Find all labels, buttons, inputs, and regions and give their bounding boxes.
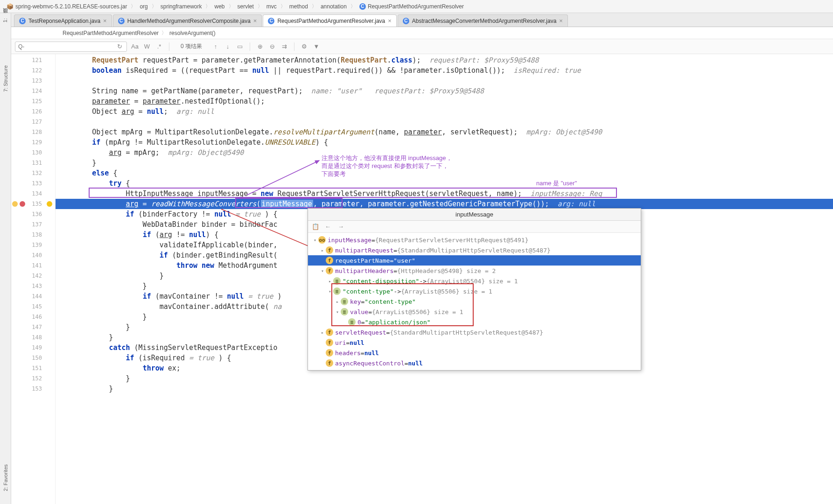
code-line[interactable]: } bbox=[56, 384, 833, 394]
remove-selection-icon[interactable]: ⊖ bbox=[268, 42, 276, 51]
code-line[interactable]: parameter = parameter.nestedIfOptional()… bbox=[56, 96, 833, 106]
tree-row[interactable]: ▸fmultipartRequest = {StandardMultipartH… bbox=[308, 245, 641, 255]
code-line[interactable]: arg = mpArg; mpArg: Object@5490 bbox=[56, 147, 833, 158]
gutter-line[interactable]: 127 bbox=[11, 117, 55, 127]
editor-tab[interactable]: CAbstractMessageConverterMethodArgumentR… bbox=[398, 14, 568, 27]
gutter-line[interactable]: 139 bbox=[11, 240, 55, 250]
gutter-line[interactable]: 132 bbox=[11, 168, 55, 178]
gutter-line[interactable]: 129 bbox=[11, 137, 55, 147]
tree-row[interactable]: fheaders = null bbox=[308, 348, 641, 358]
tree-twistie[interactable]: ▸ bbox=[319, 248, 326, 253]
code-line[interactable] bbox=[56, 117, 833, 127]
code-line[interactable]: } bbox=[56, 373, 833, 384]
tree-row[interactable]: ▸fservletRequest = {StandardMultipartHtt… bbox=[308, 327, 641, 337]
code-line[interactable]: } bbox=[56, 158, 833, 168]
code-line[interactable] bbox=[56, 76, 833, 86]
gutter-line[interactable]: 147 bbox=[11, 322, 55, 332]
gutter-line[interactable]: 135 bbox=[11, 199, 55, 209]
code-line[interactable]: else { bbox=[56, 168, 833, 178]
tree-twistie[interactable]: ▾ bbox=[334, 309, 341, 315]
crumb-class[interactable]: RequestPartMethodArgumentResolver bbox=[63, 30, 159, 36]
gutter-line[interactable]: 140 bbox=[11, 250, 55, 260]
gutter-line[interactable]: 142 bbox=[11, 271, 55, 281]
tree-row[interactable]: ▸≡"content-disposition" -> {ArrayList@55… bbox=[308, 276, 641, 286]
prev-icon[interactable]: ↑ bbox=[211, 42, 220, 51]
bc-pkg[interactable]: annotation bbox=[318, 2, 350, 11]
gutter-line[interactable]: 143 bbox=[11, 281, 55, 291]
bc-jar[interactable]: 📦 spring-webmvc-5.2.10.RELEASE-sources.j… bbox=[4, 2, 130, 11]
code-line[interactable]: try { bbox=[56, 178, 833, 189]
filter-icon[interactable]: ▼ bbox=[312, 42, 321, 51]
bc-pkg[interactable]: springframework bbox=[158, 2, 205, 11]
gutter-line[interactable]: 123 bbox=[11, 76, 55, 86]
close-icon[interactable]: × bbox=[103, 17, 107, 24]
select-occurrences-icon[interactable]: ⇉ bbox=[280, 42, 288, 51]
gutter-line[interactable]: 136 bbox=[11, 209, 55, 219]
code-editor[interactable]: 1211221231241251261271281291301311321331… bbox=[11, 54, 833, 504]
gutter-line[interactable]: 133 bbox=[11, 178, 55, 189]
close-icon[interactable]: × bbox=[253, 17, 257, 24]
editor-tab[interactable]: CRequestPartMethodArgumentResolver.java× bbox=[263, 14, 396, 27]
gutter-line[interactable]: 126 bbox=[11, 106, 55, 117]
forward-icon[interactable]: → bbox=[338, 223, 345, 231]
bc-pkg[interactable]: servlet bbox=[235, 2, 257, 11]
gutter-line[interactable]: 134 bbox=[11, 189, 55, 199]
tree-row[interactable]: frequestPartName = "user" bbox=[308, 255, 641, 266]
tree-row[interactable]: ▾fmultipartHeaders = {HttpHeaders@5498} … bbox=[308, 266, 641, 276]
code-line[interactable]: arg = readWithMessageConverters(inputMes… bbox=[56, 199, 833, 209]
bulb-icon[interactable] bbox=[47, 201, 52, 207]
editor-tab[interactable]: CHandlerMethodArgumentResolverComposite.… bbox=[113, 14, 262, 27]
code-line[interactable]: Object arg = null; arg: null bbox=[56, 106, 833, 117]
tree-row[interactable]: fasyncRequestControl = null bbox=[308, 358, 641, 368]
tree-twistie[interactable]: ▸ bbox=[327, 279, 333, 284]
close-icon[interactable]: × bbox=[559, 17, 563, 24]
tool-favorites[interactable]: 2: Favorites bbox=[3, 464, 8, 491]
crumb-method[interactable]: resolveArgument() bbox=[169, 30, 216, 36]
code-line[interactable]: if (mpArg != MultipartResolutionDelegate… bbox=[56, 137, 833, 147]
gutter-line[interactable]: 128 bbox=[11, 127, 55, 137]
tool-project[interactable]: 1: 项目 bbox=[2, 17, 9, 22]
gutter-line[interactable]: 150 bbox=[11, 353, 55, 363]
bc-pkg[interactable]: method bbox=[287, 2, 311, 11]
code-line[interactable]: Object mpArg = MultipartResolutionDelega… bbox=[56, 127, 833, 137]
gutter-line[interactable]: 149 bbox=[11, 343, 55, 353]
gutter-line[interactable]: 130 bbox=[11, 147, 55, 158]
code-line[interactable]: boolean isRequired = ((requestPart == nu… bbox=[56, 65, 833, 76]
tree-row[interactable]: furi = null bbox=[308, 337, 641, 348]
code-line[interactable]: RequestPart requestPart = parameter.getP… bbox=[56, 55, 833, 65]
gutter-line[interactable]: 148 bbox=[11, 332, 55, 343]
gutter-line[interactable]: 122 bbox=[11, 65, 55, 76]
gutter-line[interactable]: 124 bbox=[11, 86, 55, 96]
search-field[interactable]: ↻ bbox=[15, 42, 127, 52]
regex-icon[interactable]: .* bbox=[155, 42, 163, 51]
bc-pkg[interactable]: web bbox=[211, 2, 227, 11]
debug-value-popup[interactable]: inputMessage 📋 ← → ▾ooinputMessage = {Re… bbox=[308, 208, 641, 371]
tree-row[interactable]: ▾≡value = {ArrayList@5506} size = 1 bbox=[308, 307, 641, 317]
copy-icon[interactable]: 📋 bbox=[312, 223, 319, 231]
tree-row[interactable]: ▸≡key = "content-type" bbox=[308, 296, 641, 307]
bc-class[interactable]: CRequestPartMethodArgumentResolver bbox=[357, 2, 467, 11]
tree-twistie[interactable]: ▾ bbox=[312, 238, 318, 243]
tree-row[interactable]: ▾ooinputMessage = {RequestPartServletSer… bbox=[308, 235, 641, 245]
gutter-line[interactable]: 145 bbox=[11, 301, 55, 312]
value-tree[interactable]: ▾ooinputMessage = {RequestPartServletSer… bbox=[308, 233, 641, 370]
tool-structure[interactable]: 7: Structure bbox=[3, 65, 8, 92]
add-selection-icon[interactable]: ⊕ bbox=[256, 42, 264, 51]
bc-pkg[interactable]: mvc bbox=[264, 2, 280, 11]
gutter-line[interactable]: 138 bbox=[11, 230, 55, 240]
tree-row[interactable]: ▾≡"content-type" -> {ArrayList@5506} siz… bbox=[308, 286, 641, 296]
next-icon[interactable]: ↓ bbox=[224, 42, 232, 51]
gutter-line[interactable]: 153 bbox=[11, 384, 55, 394]
back-icon[interactable]: ← bbox=[325, 223, 332, 231]
gutter[interactable]: 1211221231241251261271281291301311321331… bbox=[11, 54, 56, 504]
history-icon[interactable]: ↻ bbox=[115, 42, 124, 51]
tree-twistie[interactable]: ▾ bbox=[327, 289, 333, 294]
gutter-line[interactable]: 137 bbox=[11, 219, 55, 230]
gutter-line[interactable]: 152 bbox=[11, 373, 55, 384]
gutter-line[interactable]: 125 bbox=[11, 96, 55, 106]
code-line[interactable]: HttpInputMessage inputMessage = new Requ… bbox=[56, 189, 833, 199]
select-all-icon[interactable]: ▭ bbox=[236, 42, 244, 51]
search-input[interactable] bbox=[18, 43, 115, 50]
gutter-line[interactable]: 141 bbox=[11, 260, 55, 271]
gutter-line[interactable]: 131 bbox=[11, 158, 55, 168]
